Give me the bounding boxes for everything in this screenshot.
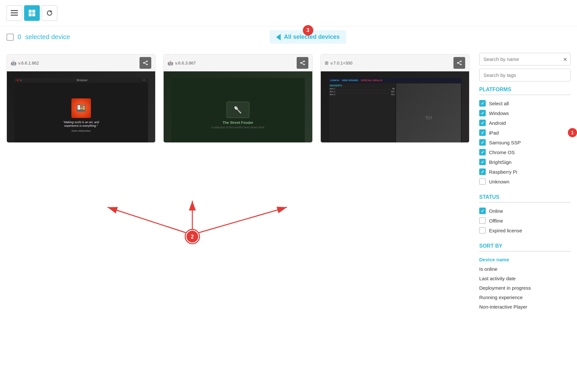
device-card-1[interactable]: 🤖 v.6.6.1.862 ■ ● Browser ✕	[7, 54, 155, 143]
svg-rect-6	[32, 13, 35, 16]
platform-samsung-label: Samsung SSP	[489, 140, 521, 145]
list-view-button[interactable]	[7, 5, 22, 21]
sort-is-online[interactable]: Is online	[479, 264, 570, 274]
svg-rect-4	[32, 10, 35, 13]
platforms-section: PLATFORMS Select all Windows Android iPa…	[479, 87, 570, 186]
sort-section: SORT BY Device name Is online Last activ…	[479, 243, 570, 312]
platform-raspberrypi-label: Raspberry Pi	[489, 169, 517, 175]
select-all-checkbox[interactable]	[7, 34, 14, 41]
status-offline-checkbox[interactable]	[479, 217, 486, 224]
platform-chromeos-label: Chrome OS	[489, 150, 515, 155]
platform-select-all[interactable]: Select all	[479, 98, 570, 108]
device-card-2[interactable]: 🤖 v.6.6.3.867 🥄 The Street Fooder A sele…	[163, 54, 312, 143]
platform-chromeos-checkbox[interactable]	[479, 149, 486, 155]
toolbar	[0, 0, 577, 26]
sort-non-interactive[interactable]: Non-interactive Player	[479, 302, 570, 312]
device-thumbnail-3: LUNCH SIDE DISHES SPECIAL DEALS! DESSERT…	[321, 71, 469, 143]
selected-device-count: 0	[18, 33, 21, 41]
platform-ipad-checkbox[interactable]	[479, 129, 486, 136]
platform-brightsign[interactable]: BrightSign	[479, 157, 570, 167]
share-button-2[interactable]	[297, 57, 308, 69]
status-online[interactable]: Online	[479, 206, 570, 216]
svg-rect-5	[29, 13, 32, 16]
svg-line-28	[199, 207, 287, 233]
platform-ipad[interactable]: iPad 1	[479, 128, 570, 138]
svg-line-12	[144, 63, 147, 65]
search-by-name-wrapper: ✕	[479, 53, 570, 65]
device-version-3: v.7.0.1+300	[331, 61, 352, 65]
search-by-tags-wrapper	[479, 69, 570, 81]
main-layout: 🤖 v.6.6.1.862 ■ ● Browser ✕	[0, 48, 577, 325]
platform-chromeos[interactable]: Chrome OS	[479, 147, 570, 157]
annotation-badge-1: 1	[568, 128, 577, 137]
status-expired-checkbox[interactable]	[479, 227, 486, 234]
platform-samsung[interactable]: Samsung SSP	[479, 138, 570, 147]
status-expired[interactable]: Expired license	[479, 225, 570, 235]
device-card-header-3: ⊞ v.7.0.1+300	[321, 54, 469, 71]
sort-device-name[interactable]: Device name	[479, 255, 570, 264]
search-name-input[interactable]	[479, 53, 570, 65]
platform-android-label: Android	[489, 120, 506, 126]
status-expired-label: Expired license	[489, 228, 522, 233]
platform-brightsign-label: BrightSign	[489, 159, 511, 165]
annotation-badge-3: 3	[303, 25, 313, 36]
status-online-label: Online	[489, 208, 503, 214]
share-button-3[interactable]	[453, 57, 465, 69]
platform-brightsign-checkbox[interactable]	[479, 159, 486, 165]
platform-android[interactable]: Android	[479, 118, 570, 128]
device-card-header-2: 🤖 v.6.6.3.867	[164, 54, 312, 71]
status-section: STATUS Online Offline Expired license	[479, 194, 570, 235]
svg-line-21	[458, 61, 461, 63]
all-selected-label: All selected devices	[284, 34, 340, 40]
platform-ipad-label: iPad	[489, 130, 499, 136]
svg-rect-3	[29, 10, 32, 13]
device-version-2: v.6.6.3.867	[175, 61, 196, 65]
search-name-clear[interactable]: ✕	[563, 56, 567, 62]
status-offline[interactable]: Offline	[479, 216, 570, 225]
svg-line-11	[144, 61, 147, 63]
svg-line-16	[301, 61, 304, 63]
platform-icon-3: ⊞	[325, 60, 329, 65]
svg-line-22	[458, 63, 461, 65]
svg-rect-0	[11, 10, 18, 11]
status-title: STATUS	[479, 194, 570, 203]
svg-point-23	[185, 229, 200, 244]
selected-device-label: selected device	[25, 33, 70, 41]
svg-text:2: 2	[191, 234, 194, 240]
sort-title: SORT BY	[479, 243, 570, 252]
platform-raspberrypi-checkbox[interactable]	[479, 168, 486, 175]
refresh-button[interactable]	[42, 5, 57, 21]
device-card-3[interactable]: ⊞ v.7.0.1+300 LUNCH SIDE DISHES SPECIAL …	[320, 54, 469, 143]
device-version-1: v.6.6.1.862	[18, 61, 39, 65]
sidebar: ✕ PLATFORMS Select all Windows Android	[479, 48, 570, 325]
platform-unknown[interactable]: Unknown	[479, 177, 570, 186]
platform-raspberrypi[interactable]: Raspberry Pi	[479, 167, 570, 177]
platform-samsung-checkbox[interactable]	[479, 139, 486, 146]
grid-view-button[interactable]	[24, 5, 40, 21]
platform-icon-1: 🤖	[11, 60, 16, 65]
svg-point-24	[186, 231, 198, 242]
triangle-icon	[276, 34, 281, 40]
platform-icon-2: 🤖	[168, 60, 173, 65]
device-card-header-1: 🤖 v.6.6.1.862	[7, 54, 155, 71]
search-tags-input[interactable]	[479, 69, 570, 81]
platform-windows-label: Windows	[489, 110, 509, 116]
svg-rect-2	[11, 15, 18, 16]
sort-deployment[interactable]: Deployment in progress	[479, 283, 570, 293]
platform-android-checkbox[interactable]	[479, 120, 486, 126]
platform-unknown-checkbox[interactable]	[479, 178, 486, 185]
status-offline-label: Offline	[489, 218, 503, 224]
device-thumbnail-1: ■ ● Browser ✕ 🍱 "Making sushi is an art,…	[7, 71, 155, 143]
all-selected-devices-button[interactable]: 3 All selected devices	[270, 30, 346, 44]
svg-line-17	[301, 63, 304, 65]
svg-rect-1	[11, 12, 18, 13]
platform-windows[interactable]: Windows	[479, 108, 570, 118]
sort-last-activity[interactable]: Last activity date	[479, 274, 570, 283]
platform-select-all-label: Select all	[489, 101, 509, 106]
device-thumbnail-2: 🥄 The Street Fooder A selection of the w…	[164, 71, 312, 143]
status-online-checkbox[interactable]	[479, 208, 486, 214]
platform-windows-checkbox[interactable]	[479, 110, 486, 116]
share-button-1[interactable]	[140, 57, 151, 69]
platform-select-all-checkbox[interactable]	[479, 100, 486, 107]
sort-running-experience[interactable]: Running experience	[479, 293, 570, 302]
